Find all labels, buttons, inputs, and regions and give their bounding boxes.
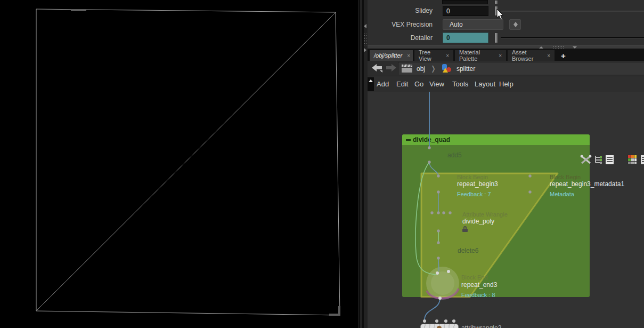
tab-close-icon[interactable]: × [407,53,410,59]
input-connector[interactable] [444,319,447,323]
input-connector[interactable] [435,319,438,323]
tab-tree-view[interactable]: Tree View × [414,50,453,61]
network-menu-bar: Add Edit Go View Tools Layout Help [368,76,644,92]
menu-add[interactable]: Add [377,80,389,88]
node-name-label: repeat_begin3_metadata1 [550,180,624,188]
node-comment: Feedback : 8 [461,292,495,298]
tab-close-icon[interactable]: × [547,53,550,59]
path-bar: obj ❭ splitter [368,61,644,76]
wire-output [425,298,440,320]
pane-divider-horizontal[interactable] [368,45,644,49]
expand-down-icon[interactable] [573,46,577,49]
expand-up-icon[interactable] [539,46,543,49]
spinner-down-icon[interactable] [513,25,518,27]
output-connector[interactable] [437,190,439,193]
menu-tools[interactable]: Tools [452,80,468,88]
pane-tab-bar: /obj/splitter × Tree View × Material Pal… [368,49,644,61]
menu-go[interactable]: Go [414,80,423,88]
node-label: delete6 [458,247,478,254]
chevron-separator-icon: ❭ [430,65,436,73]
scene-viewport[interactable] [0,0,358,328]
menu-help[interactable]: Help [499,80,513,88]
output-connector[interactable] [437,229,439,232]
divider-drag-handle[interactable] [364,33,367,46]
output-connector[interactable] [438,297,442,300]
network-editor[interactable]: divide_quad [368,92,644,328]
clipped-parm-slider-handle[interactable] [494,0,498,4]
tab-material-palette[interactable]: Material Palette × [455,50,506,61]
wireframe-quad [0,0,358,328]
node-comment: Metadata [550,191,574,197]
slidey-field[interactable]: 0 [443,6,488,16]
input-connector[interactable] [436,271,439,275]
right-pane: Slidey 0 VEX Precision Auto Detailer 0 [368,0,644,328]
vex-precision-label: VEX Precision [368,21,433,28]
input-connector[interactable] [430,211,433,214]
forward-button[interactable] [385,63,397,73]
node-comment: Feedback : 7 [457,191,491,197]
menu-view[interactable]: View [429,80,444,88]
node-name-label: repeat_begin3 [457,180,498,188]
input-connector[interactable] [452,319,455,323]
input-connector[interactable] [442,211,445,214]
pane-divider-vertical[interactable] [358,0,368,328]
geometry-node-icon [442,64,452,73]
back-button[interactable] [371,63,383,73]
tab-close-icon[interactable]: × [446,53,449,59]
input-connector[interactable] [437,174,439,177]
lock-icon [462,226,468,232]
detailer-label: Detailer [368,34,433,42]
tab-close-icon[interactable]: × [499,53,502,59]
node-type-label: Block Begin [457,174,488,180]
node-type-label: Attribute Wrangle [462,211,508,218]
slidey-slider-track[interactable] [501,10,644,12]
node-name-label: divide_poly [462,218,494,225]
new-tab-button[interactable]: + [561,50,566,61]
node-name-label: attribwrangle2 [461,324,501,328]
input-connector[interactable] [437,211,439,214]
detailer-slider-handle[interactable] [494,33,498,43]
node-halo-inner [431,271,454,295]
node-name-label: repeat_end3 [461,281,497,289]
input-connector[interactable] [423,319,426,323]
vex-precision-spinner[interactable] [509,19,521,30]
tab-obj-splitter[interactable]: /obj/splitter × [370,50,413,61]
input-connector[interactable] [437,241,439,244]
divider-drag-handle[interactable] [553,46,565,49]
breadcrumb: obj ❭ splitter [398,62,644,75]
vex-precision-dropdown[interactable]: Auto [443,19,503,30]
node-label: add5 [447,151,462,159]
collapse-left-icon[interactable] [364,24,366,28]
slidey-label: Slidey [368,7,433,14]
houdini-window: Slidey 0 VEX Precision Auto Detailer 0 [0,0,644,328]
menu-layout[interactable]: Layout [475,80,495,88]
obj-network-icon [402,65,412,73]
pane-scroll-widget[interactable] [368,77,374,91]
tab-asset-browser[interactable]: Asset Browser × [508,50,555,61]
input-connector[interactable] [528,174,531,177]
input-connector[interactable] [428,146,430,149]
output-connector[interactable] [528,190,531,193]
node-type-label: Block End [461,274,488,281]
mouse-cursor [496,9,505,20]
network-wires-layer [368,92,644,328]
input-connector[interactable] [449,211,451,214]
input-connector[interactable] [447,270,450,273]
breadcrumb-current[interactable]: splitter [456,65,475,73]
output-connector[interactable] [437,257,439,259]
node-type-label: Block Begin [550,174,581,180]
divider-groove [358,0,360,328]
collapse-right-icon[interactable] [364,48,366,52]
detailer-slider-track[interactable] [501,37,644,38]
output-connector[interactable] [428,161,430,163]
scroll-up-icon [369,79,373,82]
menu-edit[interactable]: Edit [396,80,408,88]
breadcrumb-root[interactable]: obj [417,65,425,73]
clipped-parm-field[interactable] [442,0,488,4]
detailer-field[interactable]: 0 [443,33,488,43]
parameter-pane: Slidey 0 VEX Precision Auto Detailer 0 [368,0,644,45]
